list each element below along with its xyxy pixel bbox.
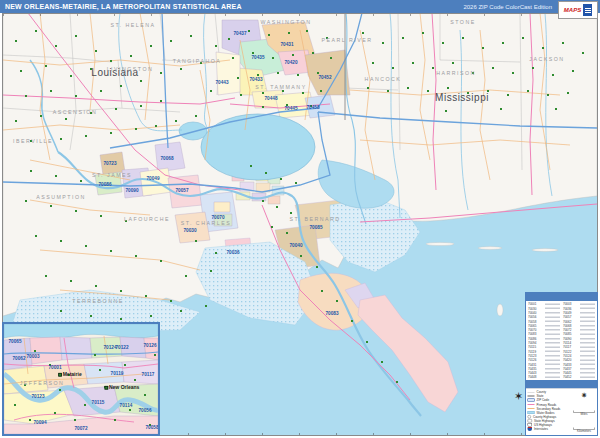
zip-index-row: 70723 [563, 379, 595, 380]
town-dot [282, 90, 284, 92]
town-dot [392, 67, 394, 69]
zip-index-code: 70058 [528, 320, 536, 323]
town-dot [412, 62, 414, 64]
town-dot [252, 52, 254, 54]
grid-ref-placeholder [545, 325, 560, 327]
town-dot [75, 210, 77, 212]
zip-index-code: 70040 [528, 311, 536, 314]
town-dot [567, 92, 569, 94]
town-dot [292, 54, 294, 56]
grid-ticks-top [3, 14, 597, 16]
zip-index-code: 70117 [563, 346, 571, 349]
town-dot [45, 275, 47, 277]
town-dot [50, 205, 52, 207]
town-dot [297, 74, 299, 76]
town-dot [215, 252, 217, 254]
town-dot [366, 341, 368, 343]
scale-miles-label: Miles [574, 413, 595, 417]
town-dot [124, 364, 126, 366]
town-dot [35, 30, 37, 32]
town-dot [210, 270, 212, 272]
zip-index-code: 70126 [528, 359, 536, 362]
town-dot [500, 108, 502, 110]
town-dot [170, 40, 172, 42]
town-dot [70, 75, 72, 77]
town-dot [40, 115, 42, 117]
sw-county-swatch [528, 392, 535, 393]
town-dot [487, 90, 489, 92]
zip-index-code: 70094 [528, 341, 536, 344]
zip-index-code: 70049 [563, 311, 571, 314]
sw-zip-swatch [528, 399, 535, 402]
town-dot [326, 37, 328, 39]
grid-ref-placeholder [580, 316, 595, 318]
town-dot [262, 200, 264, 202]
legend-item-label: Secondary Roads [537, 407, 561, 410]
town-dot [140, 80, 142, 82]
town-dot [60, 240, 62, 242]
town-dot [95, 50, 97, 52]
town-dot [200, 62, 202, 64]
zip-index-code: 70003 [563, 303, 571, 306]
town-dot [240, 94, 242, 96]
legend-item-label: State Highways [534, 419, 555, 422]
town-dot [50, 90, 52, 92]
grid-ref-placeholder [580, 321, 595, 323]
town-dot [228, 38, 230, 40]
town-dot [29, 419, 31, 421]
grid-ref-placeholder [545, 368, 560, 370]
zip-index-code: 70448 [528, 376, 536, 379]
town-dot [75, 95, 77, 97]
zip-index-code: 70437 [563, 367, 571, 370]
legend-item-label: Interstates [534, 427, 548, 430]
zip-index-code: 70433 [563, 363, 571, 366]
sw-secondary-swatch [528, 408, 535, 409]
town-dot [185, 275, 187, 277]
town-dot [321, 290, 323, 292]
town-dot [190, 35, 192, 37]
town-dot [502, 42, 504, 44]
town-dot [286, 232, 288, 234]
legend-item-label: US Highways [534, 423, 552, 426]
town-dot [160, 260, 162, 262]
town-dot [110, 132, 112, 134]
logo-chip-icon [583, 4, 592, 16]
town-dot [316, 266, 318, 268]
grid-ref-placeholder [580, 364, 595, 366]
town-dot [84, 404, 86, 406]
town-dot [15, 120, 17, 122]
town-dot [180, 310, 182, 312]
grid-ref-placeholder [580, 333, 595, 335]
grid-ref-placeholder [580, 351, 595, 353]
legend-body: CountyStateZIP CodePrimary RoadsSecondar… [526, 388, 597, 435]
zip-index-code: 70123 [528, 354, 536, 357]
town-dot [55, 175, 57, 177]
grid-ref-placeholder [580, 308, 595, 310]
grid-ref-placeholder [580, 312, 595, 314]
legend-item-label: ZIP Code [537, 399, 550, 402]
town-dot [95, 285, 97, 287]
town-dot [30, 140, 32, 142]
town-dot [170, 300, 172, 302]
town-dot [25, 200, 27, 202]
zip-index-code: 70085 [563, 333, 571, 336]
grid-ref-placeholder [545, 329, 560, 331]
town-dot [85, 135, 87, 137]
town-dot [80, 180, 82, 182]
town-dot [175, 120, 177, 122]
grid-ref-placeholder [580, 325, 595, 327]
zip-index-code: 70030 [528, 307, 536, 310]
zip-index-code: 70068 [563, 324, 571, 327]
zip-index-code: 70119 [528, 350, 536, 353]
grid-ref-placeholder [545, 346, 560, 348]
zip-index-code: 70452 [563, 376, 571, 379]
grid-ref-placeholder [580, 342, 595, 344]
legend-item-label: County [537, 391, 547, 394]
town-dot [154, 354, 156, 356]
town-dot [90, 315, 92, 317]
sw-water-swatch [528, 411, 535, 414]
sw-chwy-swatch [528, 415, 532, 419]
grid-ref-placeholder [580, 368, 595, 370]
town-dot [452, 62, 454, 64]
grid-ref-placeholder [580, 376, 595, 378]
